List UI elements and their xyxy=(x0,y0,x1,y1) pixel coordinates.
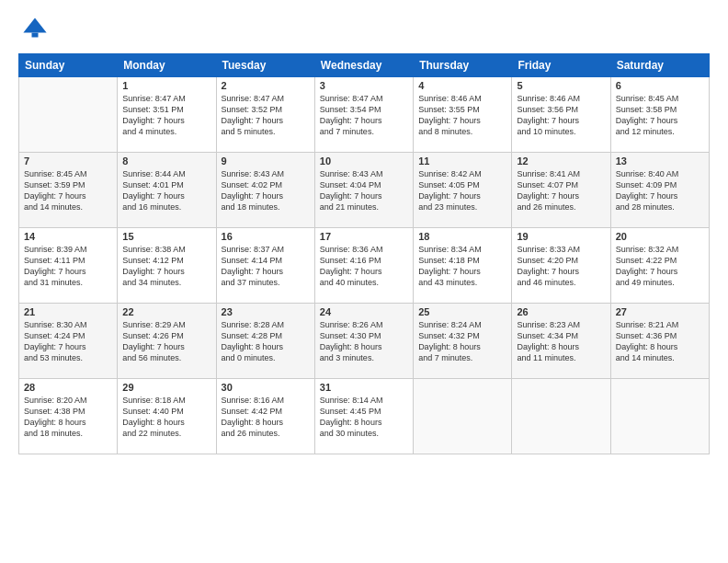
day-cell: 31Sunrise: 8:14 AMSunset: 4:45 PMDayligh… xyxy=(314,379,413,454)
day-cell: 8Sunrise: 8:44 AMSunset: 4:01 PMDaylight… xyxy=(118,153,216,228)
day-cell xyxy=(512,379,610,454)
week-row-5: 28Sunrise: 8:20 AMSunset: 4:38 PMDayligh… xyxy=(19,379,710,454)
day-cell: 2Sunrise: 8:47 AMSunset: 3:52 PMDaylight… xyxy=(216,77,314,153)
day-number: 10 xyxy=(320,155,408,167)
day-info: Sunrise: 8:32 AMSunset: 4:22 PMDaylight:… xyxy=(616,244,704,289)
day-info: Sunrise: 8:14 AMSunset: 4:45 PMDaylight:… xyxy=(320,395,408,440)
day-cell: 25Sunrise: 8:24 AMSunset: 4:32 PMDayligh… xyxy=(414,304,512,379)
day-cell: 21Sunrise: 8:30 AMSunset: 4:24 PMDayligh… xyxy=(19,304,118,379)
day-cell: 17Sunrise: 8:36 AMSunset: 4:16 PMDayligh… xyxy=(314,228,413,304)
day-info: Sunrise: 8:20 AMSunset: 4:38 PMDaylight:… xyxy=(24,395,112,440)
header-cell-tuesday: Tuesday xyxy=(216,54,314,77)
day-info: Sunrise: 8:40 AMSunset: 4:09 PMDaylight:… xyxy=(616,168,704,213)
page: SundayMondayTuesdayWednesdayThursdayFrid… xyxy=(0,0,728,563)
day-cell: 30Sunrise: 8:16 AMSunset: 4:42 PMDayligh… xyxy=(216,379,314,454)
day-number: 14 xyxy=(24,231,112,242)
week-row-1: 1Sunrise: 8:47 AMSunset: 3:51 PMDaylight… xyxy=(19,77,710,153)
day-cell: 5Sunrise: 8:46 AMSunset: 3:56 PMDaylight… xyxy=(512,77,610,153)
day-info: Sunrise: 8:23 AMSunset: 4:34 PMDaylight:… xyxy=(517,319,605,364)
day-number: 13 xyxy=(616,155,704,167)
day-info: Sunrise: 8:47 AMSunset: 3:52 PMDaylight:… xyxy=(222,93,310,138)
day-number: 12 xyxy=(517,155,605,167)
header-cell-monday: Monday xyxy=(118,54,216,77)
day-info: Sunrise: 8:29 AMSunset: 4:26 PMDaylight:… xyxy=(122,319,210,364)
header-cell-wednesday: Wednesday xyxy=(314,54,413,77)
week-row-2: 7Sunrise: 8:45 AMSunset: 3:59 PMDaylight… xyxy=(19,153,710,228)
logo xyxy=(18,15,48,44)
day-number: 18 xyxy=(418,231,506,242)
day-number: 23 xyxy=(222,306,310,317)
day-cell xyxy=(610,379,709,454)
day-info: Sunrise: 8:47 AMSunset: 3:51 PMDaylight:… xyxy=(122,93,210,138)
day-cell: 4Sunrise: 8:46 AMSunset: 3:55 PMDaylight… xyxy=(414,77,512,153)
header xyxy=(18,15,710,44)
day-cell xyxy=(414,379,512,454)
day-info: Sunrise: 8:28 AMSunset: 4:28 PMDaylight:… xyxy=(222,319,310,364)
day-info: Sunrise: 8:26 AMSunset: 4:30 PMDaylight:… xyxy=(320,319,408,364)
day-number: 7 xyxy=(24,155,112,167)
day-number: 3 xyxy=(320,80,408,91)
day-cell: 29Sunrise: 8:18 AMSunset: 4:40 PMDayligh… xyxy=(118,379,216,454)
day-number: 15 xyxy=(122,231,210,242)
day-number: 28 xyxy=(24,382,112,393)
day-info: Sunrise: 8:24 AMSunset: 4:32 PMDaylight:… xyxy=(418,319,506,364)
logo-icon xyxy=(22,15,48,40)
day-info: Sunrise: 8:42 AMSunset: 4:05 PMDaylight:… xyxy=(418,168,506,213)
day-cell: 23Sunrise: 8:28 AMSunset: 4:28 PMDayligh… xyxy=(216,304,314,379)
day-number: 5 xyxy=(517,80,605,91)
day-info: Sunrise: 8:34 AMSunset: 4:18 PMDaylight:… xyxy=(418,244,506,289)
day-number: 27 xyxy=(616,306,704,317)
day-info: Sunrise: 8:45 AMSunset: 3:58 PMDaylight:… xyxy=(616,93,704,138)
day-number: 17 xyxy=(320,231,408,242)
day-info: Sunrise: 8:43 AMSunset: 4:04 PMDaylight:… xyxy=(320,168,408,213)
day-info: Sunrise: 8:41 AMSunset: 4:07 PMDaylight:… xyxy=(517,168,605,213)
day-number: 2 xyxy=(222,80,310,91)
day-number: 19 xyxy=(517,231,605,242)
day-info: Sunrise: 8:44 AMSunset: 4:01 PMDaylight:… xyxy=(122,168,210,213)
day-cell: 18Sunrise: 8:34 AMSunset: 4:18 PMDayligh… xyxy=(414,228,512,304)
day-cell: 16Sunrise: 8:37 AMSunset: 4:14 PMDayligh… xyxy=(216,228,314,304)
header-cell-saturday: Saturday xyxy=(610,54,709,77)
day-cell: 22Sunrise: 8:29 AMSunset: 4:26 PMDayligh… xyxy=(118,304,216,379)
day-info: Sunrise: 8:33 AMSunset: 4:20 PMDaylight:… xyxy=(517,244,605,289)
header-cell-friday: Friday xyxy=(512,54,610,77)
day-cell: 6Sunrise: 8:45 AMSunset: 3:58 PMDaylight… xyxy=(610,77,709,153)
calendar-header: SundayMondayTuesdayWednesdayThursdayFrid… xyxy=(19,54,710,77)
day-cell: 3Sunrise: 8:47 AMSunset: 3:54 PMDaylight… xyxy=(314,77,413,153)
day-info: Sunrise: 8:36 AMSunset: 4:16 PMDaylight:… xyxy=(320,244,408,289)
week-row-4: 21Sunrise: 8:30 AMSunset: 4:24 PMDayligh… xyxy=(19,304,710,379)
day-number: 1 xyxy=(122,80,210,91)
day-cell: 28Sunrise: 8:20 AMSunset: 4:38 PMDayligh… xyxy=(19,379,118,454)
day-cell: 9Sunrise: 8:43 AMSunset: 4:02 PMDaylight… xyxy=(216,153,314,228)
day-number: 29 xyxy=(122,382,210,393)
day-info: Sunrise: 8:30 AMSunset: 4:24 PMDaylight:… xyxy=(24,319,112,364)
day-number: 26 xyxy=(517,306,605,317)
day-info: Sunrise: 8:43 AMSunset: 4:02 PMDaylight:… xyxy=(222,168,310,213)
day-cell: 15Sunrise: 8:38 AMSunset: 4:12 PMDayligh… xyxy=(118,228,216,304)
day-number: 24 xyxy=(320,306,408,317)
day-number: 20 xyxy=(616,231,704,242)
day-cell: 7Sunrise: 8:45 AMSunset: 3:59 PMDaylight… xyxy=(19,153,118,228)
day-info: Sunrise: 8:47 AMSunset: 3:54 PMDaylight:… xyxy=(320,93,408,138)
day-cell: 20Sunrise: 8:32 AMSunset: 4:22 PMDayligh… xyxy=(610,228,709,304)
day-cell: 24Sunrise: 8:26 AMSunset: 4:30 PMDayligh… xyxy=(314,304,413,379)
day-cell: 26Sunrise: 8:23 AMSunset: 4:34 PMDayligh… xyxy=(512,304,610,379)
calendar-table: SundayMondayTuesdayWednesdayThursdayFrid… xyxy=(18,53,710,454)
day-info: Sunrise: 8:37 AMSunset: 4:14 PMDaylight:… xyxy=(222,244,310,289)
day-number: 9 xyxy=(222,155,310,167)
svg-rect-1 xyxy=(32,33,39,38)
day-number: 16 xyxy=(222,231,310,242)
day-info: Sunrise: 8:46 AMSunset: 3:56 PMDaylight:… xyxy=(517,93,605,138)
day-cell: 10Sunrise: 8:43 AMSunset: 4:04 PMDayligh… xyxy=(314,153,413,228)
day-cell: 1Sunrise: 8:47 AMSunset: 3:51 PMDaylight… xyxy=(118,77,216,153)
day-number: 25 xyxy=(418,306,506,317)
day-cell: 19Sunrise: 8:33 AMSunset: 4:20 PMDayligh… xyxy=(512,228,610,304)
day-info: Sunrise: 8:21 AMSunset: 4:36 PMDaylight:… xyxy=(616,319,704,364)
calendar-body: 1Sunrise: 8:47 AMSunset: 3:51 PMDaylight… xyxy=(19,77,710,454)
header-cell-thursday: Thursday xyxy=(414,54,512,77)
day-info: Sunrise: 8:16 AMSunset: 4:42 PMDaylight:… xyxy=(222,395,310,440)
day-info: Sunrise: 8:46 AMSunset: 3:55 PMDaylight:… xyxy=(418,93,506,138)
day-cell: 14Sunrise: 8:39 AMSunset: 4:11 PMDayligh… xyxy=(19,228,118,304)
day-info: Sunrise: 8:38 AMSunset: 4:12 PMDaylight:… xyxy=(122,244,210,289)
day-cell xyxy=(19,77,118,153)
